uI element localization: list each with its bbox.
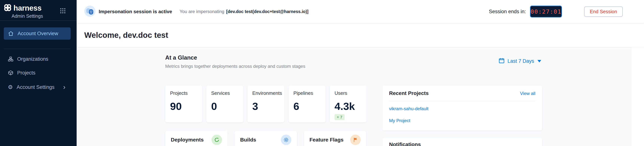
stat-label: Projects [170,90,202,96]
nav-label: Account Settings [17,84,54,90]
nav-label: Account Overview [18,31,58,36]
nav-label: Organizations [17,56,48,62]
projects-icon [8,70,14,75]
stat-card-users: Users 4.3k + 7 [330,85,367,122]
sidebar-divider [4,49,71,49]
card-divider [389,101,536,101]
module-grid-icon[interactable] [60,8,66,14]
impersonation-banner: Impersonation session is active You are … [76,0,644,23]
harness-admin-dashboard: harness Admin Settings Account Overview [0,0,644,146]
sidebar-item-account-settings[interactable]: ⚙ Account Settings › [4,81,71,93]
impersonation-masks-icon [84,5,96,18]
sidebar-header: harness Admin Settings [0,0,76,21]
module-title: Builds [240,137,256,143]
caret-down-icon [538,60,541,62]
brand-name: harness [14,4,42,12]
stat-value: 90 [170,100,202,112]
stat-value: 6 [294,100,326,112]
module-card-deployments[interactable]: Deployments [165,131,228,146]
session-timer: 00:27:01 [530,5,562,17]
stat-value: 3 [252,100,284,112]
home-icon [8,31,14,36]
recent-projects-card: Recent Projects View all vikram-sahu-def… [382,85,542,131]
stats-row: Projects 90 Services 0 Environments 3 Pi… [165,85,367,122]
organizations-icon [8,56,14,62]
stat-card-environments: Environments 3 [248,85,284,122]
date-range-dropdown[interactable]: Last 7 Days [498,57,541,65]
stat-card-pipelines: Pipelines 6 [288,85,326,122]
session-ends-label: Session ends in: [489,9,526,14]
stat-card-projects: Projects 90 [165,85,202,122]
nav-label: Projects [17,70,36,76]
gear-icon: ⚙ [8,84,13,90]
project-link[interactable]: My Project [389,118,536,123]
section-title: At a Glance [165,54,305,61]
impersonation-text: You are impersonating [180,9,224,14]
notifications-title: Notifications [389,142,536,146]
sidebar-item-projects[interactable]: Projects [4,67,71,78]
stat-value: 4.3k [334,100,367,112]
stat-card-services: Services 0 [206,85,243,122]
overview-content: At a Glance Metrics brings together depl… [76,47,631,146]
users-delta-badge: + 7 [334,114,344,120]
module-card-builds[interactable]: Builds [234,131,297,146]
modules-row: Deployments Builds Featu [165,131,366,146]
date-range-value: Last 7 Days [508,58,534,64]
stat-value: 0 [211,100,243,112]
sidebar-item-organizations[interactable]: Organizations [4,54,71,65]
harness-logo-icon [4,4,12,12]
feature-flags-icon [350,135,361,145]
calendar-icon [498,57,505,65]
recent-projects-title: Recent Projects [389,90,429,96]
end-session-button[interactable]: End Session [584,6,623,17]
module-title: Deployments [171,137,204,143]
module-title: Feature Flags [310,137,344,143]
page-title: Welcome, dev.doc test [84,31,168,40]
stat-label: Services [211,90,243,96]
chevron-right-icon: › [63,84,71,90]
stat-label: Pipelines [294,90,326,96]
sidebar: harness Admin Settings Account Overview [0,0,76,146]
impersonation-title: Impersonation session is active [99,9,172,14]
section-subtitle: Metrics brings together deployments acro… [165,64,305,69]
stat-label: Environments [252,90,284,96]
module-card-feature-flags[interactable]: Feature Flags [304,131,366,146]
builds-icon [281,135,291,145]
scrollbar-gutter[interactable] [631,47,644,146]
sidebar-item-account-overview[interactable]: Account Overview [4,27,71,40]
notifications-card: Notifications [382,138,542,146]
deployments-icon [212,135,222,145]
project-link[interactable]: vikram-sahu-default [389,106,536,111]
welcome-band: Welcome, dev.doc test [76,23,644,47]
impersonated-user: [dev.doc test(dev.doc+test@harness.io)] [226,9,308,14]
view-all-link[interactable]: View all [520,91,536,96]
at-a-glance-header: At a Glance Metrics brings together depl… [165,54,305,69]
stat-label: Users [334,90,367,96]
